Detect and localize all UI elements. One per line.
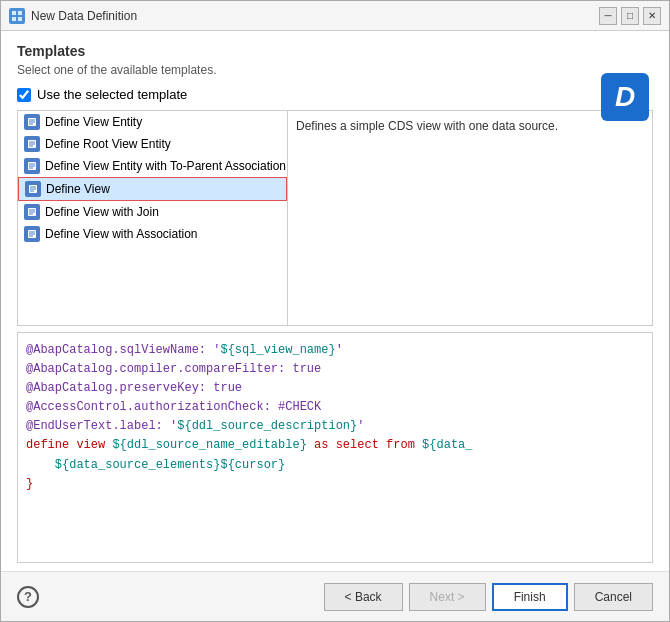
code-line-3: @AbapCatalog.preserveKey: true (26, 379, 644, 398)
list-item[interactable]: Define View Entity (18, 111, 287, 133)
finish-button[interactable]: Finish (492, 583, 568, 611)
template-icon (24, 114, 40, 130)
template-item-label: Define View Entity (45, 115, 142, 129)
list-item-selected[interactable]: Define View (18, 177, 287, 201)
title-bar: New Data Definition ─ □ ✕ (1, 1, 669, 31)
template-description: Defines a simple CDS view with one data … (288, 111, 652, 325)
svg-rect-0 (12, 11, 16, 15)
template-item-label: Define View with Association (45, 227, 198, 241)
template-item-label: Define View with Join (45, 205, 159, 219)
cancel-button[interactable]: Cancel (574, 583, 653, 611)
use-template-label: Use the selected template (37, 87, 187, 102)
window-controls: ─ □ ✕ (599, 7, 661, 25)
use-template-row: Use the selected template (17, 87, 653, 102)
window-title: New Data Definition (31, 9, 599, 23)
app-logo: D (601, 73, 649, 121)
minimize-button[interactable]: ─ (599, 7, 617, 25)
dialog-footer: ? < Back Next > Finish Cancel (1, 571, 669, 621)
window-icon (9, 8, 25, 24)
list-item[interactable]: Define Root View Entity (18, 133, 287, 155)
code-line-5: @EndUserText.label: '${ddl_source_descri… (26, 417, 644, 436)
main-window: New Data Definition ─ □ ✕ Templates Sele… (0, 0, 670, 622)
code-preview: @AbapCatalog.sqlViewName: '${sql_view_na… (17, 332, 653, 564)
template-icon (24, 226, 40, 242)
template-icon (24, 136, 40, 152)
template-icon (25, 181, 41, 197)
template-list: Define View Entity Define Root View Enti… (18, 111, 288, 325)
template-panels: Define View Entity Define Root View Enti… (17, 110, 653, 326)
svg-rect-1 (18, 11, 22, 15)
template-item-label: Define View (46, 182, 110, 196)
help-button[interactable]: ? (17, 586, 39, 608)
code-line-1: @AbapCatalog.sqlViewName: '${sql_view_na… (26, 341, 644, 360)
description-text: Defines a simple CDS view with one data … (296, 119, 558, 133)
back-button[interactable]: < Back (324, 583, 403, 611)
list-item[interactable]: Define View with Join (18, 201, 287, 223)
next-button[interactable]: Next > (409, 583, 486, 611)
code-line-7: ${data_source_elements}${cursor} (26, 456, 644, 475)
list-item[interactable]: Define View with Association (18, 223, 287, 245)
template-item-label: Define View Entity with To-Parent Associ… (45, 159, 286, 173)
template-icon (24, 204, 40, 220)
section-subtitle: Select one of the available templates. (17, 63, 653, 77)
svg-rect-2 (12, 17, 16, 21)
code-line-8: } (26, 475, 644, 494)
svg-rect-3 (18, 17, 22, 21)
list-item[interactable]: Define View Entity with To-Parent Associ… (18, 155, 287, 177)
section-title: Templates (17, 43, 653, 59)
code-line-2: @AbapCatalog.compiler.compareFilter: tru… (26, 360, 644, 379)
close-button[interactable]: ✕ (643, 7, 661, 25)
code-line-6: define view ${ddl_source_name_editable} … (26, 436, 644, 455)
dialog-content: Templates Select one of the available te… (1, 31, 669, 571)
maximize-button[interactable]: □ (621, 7, 639, 25)
use-template-checkbox[interactable] (17, 88, 31, 102)
code-line-4: @AccessControl.authorizationCheck: #CHEC… (26, 398, 644, 417)
template-item-label: Define Root View Entity (45, 137, 171, 151)
footer-buttons: < Back Next > Finish Cancel (324, 583, 653, 611)
template-icon (24, 158, 40, 174)
